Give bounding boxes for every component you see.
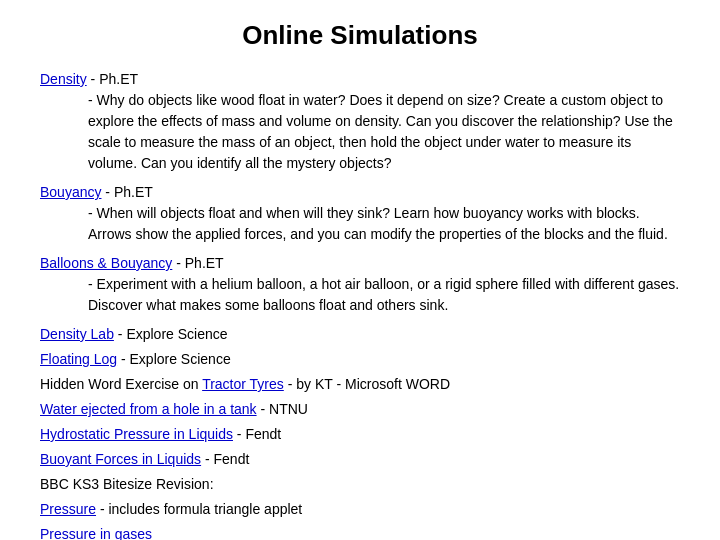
list-item-density-lab: Density Lab - Explore Science	[40, 324, 680, 345]
water-ejected-link[interactable]: Water ejected from a hole in a tank	[40, 401, 257, 417]
hidden-word-description: - by KT - Microsoft WORD	[284, 376, 450, 392]
list-item-pressure-gases: Pressure in gases	[40, 524, 680, 540]
list-item-hydrostatic: Hydrostatic Pressure in Liquids - Fendt	[40, 424, 680, 445]
page-title: Online Simulations	[40, 20, 680, 51]
list-item-floating-log: Floating Log - Explore Science	[40, 349, 680, 370]
hidden-word-prefix: Hidden Word Exercise on	[40, 376, 202, 392]
buoyant-forces-link[interactable]: Buoyant Forces in Liquids	[40, 451, 201, 467]
pressure-gases-link[interactable]: Pressure in gases	[40, 526, 152, 540]
density-lab-description: - Explore Science	[114, 326, 228, 342]
buoyant-forces-description: - Fendt	[201, 451, 249, 467]
floating-log-link[interactable]: Floating Log	[40, 351, 117, 367]
density-source: - Ph.ET	[87, 71, 138, 87]
density-link[interactable]: Density	[40, 71, 87, 87]
balloons-link-wrapper: Balloons & Bouyancy - Ph.ET	[40, 255, 224, 271]
bouyancy-source: - Ph.ET	[101, 184, 152, 200]
density-link-wrapper: Density - Ph.ET	[40, 71, 138, 87]
pressure-description: - includes formula triangle applet	[96, 501, 302, 517]
list-item-density: Density - Ph.ET - Why do objects like wo…	[40, 69, 680, 174]
balloons-description: - Experiment with a helium balloon, a ho…	[40, 274, 680, 316]
density-lab-link[interactable]: Density Lab	[40, 326, 114, 342]
list-item-bbc-ks3: BBC KS3 Bitesize Revision:	[40, 474, 680, 495]
list-item-water-ejected: Water ejected from a hole in a tank - NT…	[40, 399, 680, 420]
tractor-tyres-link[interactable]: Tractor Tyres	[202, 376, 284, 392]
bbc-ks3-text: BBC KS3 Bitesize Revision:	[40, 476, 214, 492]
floating-log-description: - Explore Science	[117, 351, 231, 367]
pressure-link[interactable]: Pressure	[40, 501, 96, 517]
list-item-buoyant-forces: Buoyant Forces in Liquids - Fendt	[40, 449, 680, 470]
list-item-hidden-word: Hidden Word Exercise on Tractor Tyres - …	[40, 374, 680, 395]
list-item-pressure: Pressure - includes formula triangle app…	[40, 499, 680, 520]
hydrostatic-description: - Fendt	[233, 426, 281, 442]
balloons-source: - Ph.ET	[172, 255, 223, 271]
bouyancy-link-wrapper: Bouyancy - Ph.ET	[40, 184, 153, 200]
water-ejected-description: - NTNU	[257, 401, 308, 417]
bouyancy-description: - When will objects float and when will …	[40, 203, 680, 245]
bouyancy-link[interactable]: Bouyancy	[40, 184, 101, 200]
balloons-link[interactable]: Balloons & Bouyancy	[40, 255, 172, 271]
list-item-balloons: Balloons & Bouyancy - Ph.ET - Experiment…	[40, 253, 680, 316]
content-area: Density - Ph.ET - Why do objects like wo…	[40, 69, 680, 540]
density-description: - Why do objects like wood float in wate…	[40, 90, 680, 174]
list-item-bouyancy: Bouyancy - Ph.ET - When will objects flo…	[40, 182, 680, 245]
hydrostatic-link[interactable]: Hydrostatic Pressure in Liquids	[40, 426, 233, 442]
